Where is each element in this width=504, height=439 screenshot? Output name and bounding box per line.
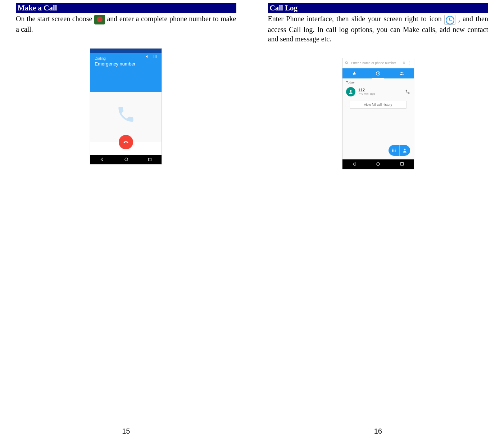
svg-point-24 — [394, 150, 394, 150]
dial-body — [90, 92, 162, 142]
mic-icon[interactable] — [402, 61, 406, 65]
svg-point-22 — [395, 149, 395, 149]
dialing-title: Emergency number — [95, 61, 157, 67]
screenshot-call-log: Enter a name or phone number Today — [268, 58, 489, 169]
phone-silhouette-icon — [116, 104, 136, 124]
svg-point-23 — [392, 150, 393, 150]
view-full-history-button[interactable]: View full call history — [350, 101, 407, 109]
log-time: ↗ 0 min. ago — [358, 92, 402, 95]
svg-point-20 — [392, 149, 393, 149]
avatar — [346, 87, 355, 96]
search-icon — [345, 61, 349, 65]
section-title-make-call: Make a Call — [16, 3, 236, 13]
today-label: Today — [342, 78, 414, 86]
svg-point-0 — [154, 55, 154, 56]
log-details: 112 ↗ 0 min. ago — [358, 88, 402, 95]
svg-point-25 — [395, 150, 395, 150]
screenshot-make-call: Dialing Emergency number — [16, 48, 236, 164]
svg-point-9 — [125, 158, 128, 161]
left-page: Make a Call On the start screen choose a… — [0, 0, 252, 439]
svg-point-26 — [392, 151, 393, 152]
fab-dialpad-button[interactable] — [389, 145, 399, 156]
fab-contact-button[interactable] — [399, 145, 410, 156]
fab-group — [389, 145, 410, 156]
svg-point-30 — [377, 163, 380, 166]
svg-rect-10 — [149, 158, 151, 161]
svg-point-28 — [395, 151, 395, 152]
call-log-paragraph: Enter Phone interface, then slide your s… — [268, 14, 489, 43]
log-number: 112 — [358, 88, 402, 92]
page-number-right: 16 — [252, 427, 504, 435]
svg-point-14 — [409, 63, 410, 63]
overflow-icon[interactable] — [408, 61, 412, 65]
svg-point-11 — [345, 62, 348, 64]
right-page: Call Log Enter Phone interface, then sli… — [252, 0, 504, 439]
svg-point-17 — [400, 72, 402, 73]
search-bar[interactable]: Enter a name or phone number — [342, 58, 414, 68]
svg-point-15 — [409, 64, 410, 64]
svg-rect-31 — [400, 163, 403, 166]
home-icon[interactable] — [376, 162, 381, 167]
call-log-row[interactable]: 112 ↗ 0 min. ago — [342, 86, 414, 98]
android-navbar — [90, 155, 162, 164]
tab-contacts[interactable] — [390, 68, 414, 78]
svg-point-13 — [409, 62, 410, 62]
recent-icon[interactable] — [400, 162, 404, 166]
tab-recents[interactable] — [366, 68, 390, 78]
para-text-pre: On the start screen choose — [16, 15, 94, 23]
status-bar — [90, 49, 162, 53]
tab-favorites[interactable] — [342, 68, 366, 78]
android-navbar — [342, 159, 414, 169]
make-call-paragraph: On the start screen choose and enter a c… — [16, 14, 236, 34]
dialing-label: Dialing — [95, 56, 157, 60]
phone-frame: Dialing Emergency number — [90, 48, 162, 164]
hangup-button[interactable] — [119, 135, 133, 149]
search-placeholder: Enter a name or phone number — [351, 61, 400, 65]
svg-point-27 — [394, 151, 394, 152]
svg-line-12 — [347, 63, 348, 64]
svg-point-2 — [156, 55, 156, 56]
tabbar — [342, 68, 414, 78]
phone-app-icon — [94, 15, 105, 24]
dialing-header: Dialing Emergency number — [90, 53, 162, 92]
call-log-body: Today 112 ↗ 0 min. ago View full call hi… — [342, 78, 414, 159]
section-title-call-log: Call Log — [268, 3, 489, 13]
back-icon[interactable] — [352, 162, 357, 167]
svg-point-29 — [404, 149, 406, 150]
phone-frame: Enter a name or phone number Today — [342, 58, 414, 169]
recent-icon[interactable] — [147, 157, 152, 162]
svg-point-19 — [350, 90, 351, 92]
back-icon[interactable] — [100, 157, 105, 162]
clock-icon — [444, 15, 455, 25]
home-icon[interactable] — [124, 157, 129, 162]
svg-point-21 — [394, 149, 394, 149]
svg-point-1 — [155, 55, 155, 56]
call-action-icon[interactable] — [405, 89, 410, 94]
page-number-left: 15 — [0, 427, 252, 435]
para-text-pre: Enter Phone interface, then slide your s… — [268, 15, 445, 23]
svg-point-18 — [402, 72, 403, 73]
